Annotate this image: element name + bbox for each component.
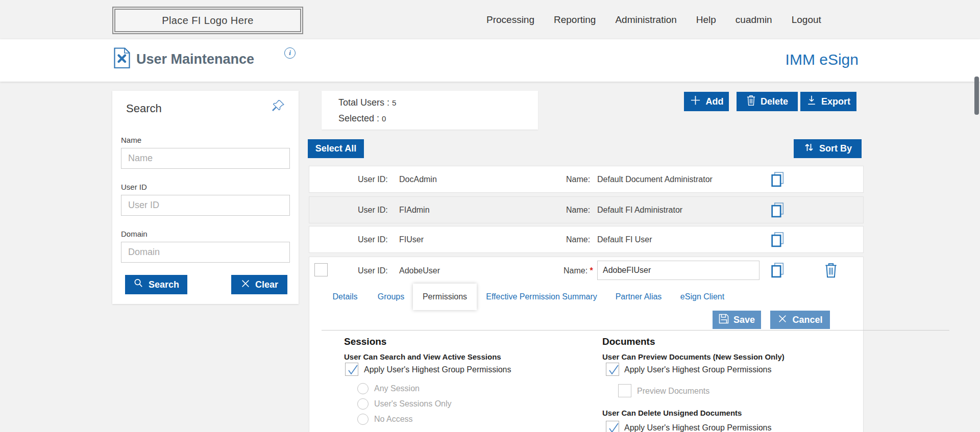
copy-user-icon[interactable]: [770, 171, 786, 190]
fi-logo-text: Place FI Logo Here: [162, 15, 254, 27]
user-id-value: AdobeUser: [399, 266, 440, 275]
content-divider: [322, 330, 949, 331]
documents-preview-apply-checkbox[interactable]: [606, 363, 619, 376]
name-label: Name:: [566, 235, 590, 244]
radio-no-access[interactable]: [357, 414, 369, 425]
check-icon: [607, 421, 620, 432]
clear-button-label: Clear: [255, 279, 278, 290]
sort-by-button[interactable]: Sort By: [794, 139, 862, 158]
export-button-label: Export: [821, 96, 850, 107]
copy-user-icon[interactable]: [770, 202, 786, 221]
copy-user-icon[interactable]: [770, 262, 786, 281]
save-button[interactable]: Save: [713, 311, 761, 329]
search-panel-title: Search: [126, 102, 162, 115]
delete-icon: [746, 95, 756, 109]
user-id-label: User ID: [121, 183, 147, 191]
tab-details[interactable]: Details: [322, 284, 368, 310]
nav-administration[interactable]: Administration: [615, 14, 676, 26]
clear-button[interactable]: Clear: [231, 275, 287, 294]
add-button-label: Add: [706, 96, 724, 107]
cancel-button-label: Cancel: [792, 315, 822, 325]
delete-button-label: Delete: [761, 96, 788, 107]
user-row-docadmin[interactable]: User ID: DocAdmin Name: Default Document…: [309, 166, 864, 193]
edit-name-input[interactable]: [597, 261, 760, 280]
tab-partner-alias-label: Partner Alias: [616, 292, 662, 301]
tab-esign-client[interactable]: eSign Client: [674, 284, 730, 310]
top-nav: Processing Reporting Administration Help…: [486, 0, 821, 39]
tab-eps-label: Effective Permission Summary: [486, 292, 597, 301]
tab-groups-label: Groups: [378, 292, 404, 301]
user-id-value: FIUser: [399, 235, 424, 244]
name-label: Name: [121, 136, 141, 144]
tab-effective-permission-summary[interactable]: Effective Permission Summary: [483, 284, 600, 310]
user-row-fiadmin[interactable]: User ID: FIAdmin Name: Default FI Admini…: [309, 196, 864, 223]
search-domain-input[interactable]: [121, 242, 290, 263]
radio-users-sessions-only[interactable]: [357, 398, 369, 410]
add-icon: [690, 94, 701, 109]
sessions-apply-checkbox[interactable]: [345, 363, 358, 376]
search-panel: Search Name User ID Domain Search Clear: [112, 91, 299, 304]
search-name-input[interactable]: [121, 148, 290, 169]
tab-permissions-label: Permissions: [423, 292, 467, 301]
save-button-label: Save: [733, 315, 755, 325]
check-icon: [347, 363, 359, 376]
user-row-adobeuser-expanded: User ID: AdobeUser Name: * Details Group…: [309, 257, 864, 432]
sort-by-label: Sort By: [819, 143, 852, 154]
row-select-checkbox[interactable]: [314, 263, 328, 276]
select-all-button[interactable]: Select All: [308, 139, 364, 158]
user-id-value: FIAdmin: [399, 206, 430, 215]
search-button[interactable]: Search: [125, 275, 187, 294]
name-value: Default Document Administrator: [597, 175, 713, 184]
total-users-label: Total Users :: [338, 97, 389, 108]
product-brand: IMM eSign: [786, 51, 859, 68]
name-value: Default FI User: [597, 235, 652, 244]
search-icon: [133, 278, 144, 291]
select-all-label: Select All: [315, 143, 356, 154]
documents-delete-apply-checkbox[interactable]: [606, 421, 619, 432]
radio-any-session-label: Any Session: [374, 384, 420, 393]
name-value: Default FI Administrator: [597, 206, 682, 215]
delete-user-icon[interactable]: [824, 262, 838, 281]
copy-user-icon[interactable]: [770, 232, 786, 250]
nav-processing[interactable]: Processing: [486, 14, 534, 26]
export-icon: [806, 95, 817, 108]
save-icon: [719, 314, 729, 326]
documents-preview-subtitle: User Can Preview Documents (New Session …: [602, 352, 785, 361]
pin-icon[interactable]: [270, 98, 286, 116]
user-id-label: User ID:: [358, 266, 388, 275]
tab-groups[interactable]: Groups: [368, 284, 414, 310]
sessions-section-title: Sessions: [344, 336, 386, 347]
top-bar: Place FI Logo Here Processing Reporting …: [0, 0, 980, 39]
preview-documents-label: Preview Documents: [637, 387, 709, 396]
selected-line: Selected : 0: [338, 113, 386, 124]
export-button[interactable]: Export: [800, 92, 856, 111]
nav-reporting[interactable]: Reporting: [554, 14, 596, 26]
page-title: User Maintenance i: [136, 52, 254, 67]
documents-delete-subtitle: User Can Delete Unsigned Documents: [602, 409, 742, 417]
tab-partner-alias[interactable]: Partner Alias: [610, 284, 667, 310]
tab-details-label: Details: [333, 292, 358, 301]
selected-label: Selected :: [338, 113, 379, 123]
name-label: Name:: [566, 206, 590, 215]
info-icon[interactable]: i: [284, 47, 296, 59]
user-maintenance-screen: Place FI Logo Here Processing Reporting …: [0, 0, 980, 432]
add-button[interactable]: Add: [684, 92, 729, 111]
vertical-scrollbar-thumb[interactable]: [974, 77, 979, 115]
nav-logout[interactable]: Logout: [792, 14, 821, 26]
documents-preview-apply-label: Apply User's Highest Group Permissions: [624, 365, 772, 374]
sort-icon: [803, 142, 815, 156]
nav-username[interactable]: cuadmin: [736, 14, 772, 26]
delete-button[interactable]: Delete: [737, 92, 798, 111]
cancel-button[interactable]: Cancel: [770, 311, 830, 329]
radio-any-session[interactable]: [357, 383, 369, 394]
search-user-id-input[interactable]: [121, 195, 290, 216]
tab-permissions[interactable]: Permissions: [413, 284, 477, 310]
sessions-apply-label: Apply User's Highest Group Permissions: [364, 365, 511, 374]
nav-help[interactable]: Help: [696, 14, 716, 26]
preview-documents-checkbox[interactable]: [618, 384, 631, 397]
user-id-value: DocAdmin: [399, 175, 437, 184]
user-row-fiuser[interactable]: User ID: FIUser Name: Default FI User: [309, 226, 864, 253]
summary-box: Total Users : 5 Selected : 0: [322, 91, 538, 130]
tab-esign-client-label: eSign Client: [680, 292, 724, 301]
name-label: Name:: [566, 175, 590, 184]
